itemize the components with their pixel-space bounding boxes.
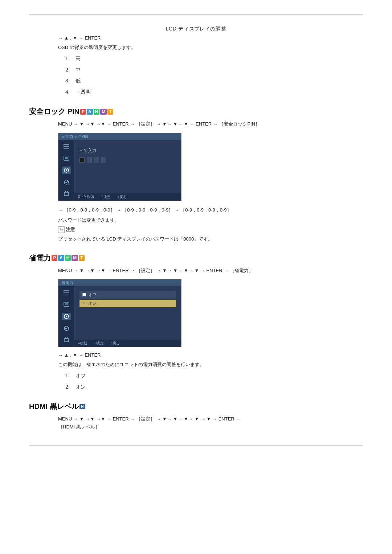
option-on-label: オン — [88, 300, 97, 307]
badge-a: A — [87, 109, 93, 115]
osd-nav: → ▲ , ▼ → ENTER — [58, 35, 363, 41]
setsuden-sidebar-icon-5 — [62, 337, 70, 343]
setsuden-sidebar-icon-4 — [62, 325, 70, 332]
hdmi-section: HDMI 黒レベル H MENU → ▼ →▼ →▼ → ENTER → ［設定… — [29, 402, 363, 431]
hdmi-title-text: HDMI 黒レベル — [29, 402, 79, 411]
setsuden-title: 省電力 PAHMT — [29, 253, 363, 263]
list-label-4: ・透明 — [75, 89, 91, 95]
pin-note-text: プリセットされている LCD ディスプレイのパスワードは「0000」です。 — [58, 235, 363, 243]
list-label-1: 高 — [75, 56, 81, 61]
badge-m-s: M — [72, 255, 78, 261]
sidebar-icon-1 — [62, 143, 70, 150]
svg-point-11 — [66, 316, 67, 317]
hdmi-title: HDMI 黒レベル H — [29, 402, 363, 411]
svg-rect-7 — [64, 302, 69, 307]
pin-dots — [79, 157, 176, 163]
list-label-on: オン — [75, 384, 86, 390]
osd-desc: OSD の背景の透明度を変更します。 — [58, 44, 363, 52]
pin-nav-seq: → ［0-9，0-9，0-9，0-9］ → ［0-9，0-9，0-9，0-9］ … — [58, 206, 363, 214]
setsuden-sidebar-icon-3 — [62, 313, 71, 320]
option-off-label: オフ — [88, 292, 97, 298]
badge-t-s: T — [79, 255, 84, 261]
pin-password-change: パスワードは変更できます。 — [58, 216, 363, 224]
setsuden-sidebar — [58, 286, 74, 347]
pin-label: PIN 入力 — [79, 148, 176, 154]
note-icon: Ie — [58, 226, 65, 233]
setsuden-nav: → ▲ , ▼ → ENTER — [58, 352, 363, 358]
option-off-box — [82, 293, 86, 296]
setsuden-footer-1: ♦移動 — [78, 341, 87, 346]
badge-h-s: H — [65, 255, 71, 261]
footer-item-3: ○戻る — [117, 194, 127, 200]
sidebar-icon-2 — [62, 155, 70, 161]
sidebar-icon-3 — [62, 167, 71, 174]
setsuden-footer-3: ○戻る — [110, 341, 120, 346]
badge-hdmi: H — [79, 404, 85, 409]
svg-rect-13 — [64, 338, 69, 342]
badge-a-s: A — [58, 255, 64, 261]
pin-dot-4 — [101, 157, 106, 163]
setsuden-sidebar-icon-1 — [62, 290, 70, 296]
pin-screen: 安全ロックPIN — [58, 133, 181, 201]
list-label-2: 中 — [75, 67, 81, 73]
pin-section: 安全ロック PIN PAHMT MENU → ▼ →▼ →▼ → ENTER →… — [29, 107, 363, 243]
top-rule — [29, 15, 363, 15]
sidebar-icon-4 — [62, 179, 70, 185]
list-item: 1. 高 — [65, 54, 363, 63]
setsuden-sidebar-icon-2 — [62, 301, 70, 308]
pin-dot-2 — [87, 157, 92, 163]
setsuden-footer-2: ⊡決定 — [94, 341, 104, 346]
pin-area: PIN 入力 — [79, 148, 176, 163]
page-title: LCD ディスプレイの調整 — [29, 26, 363, 32]
setsuden-screen: 省電力 — [58, 279, 181, 347]
pin-menu-path: MENU → ▼ →▼ →▼ → ENTER → ［設定］ → ▼→ ▼→ ▼ … — [58, 120, 363, 128]
screen-sidebar — [58, 140, 74, 201]
note-row: Ie 注意 — [58, 226, 363, 233]
footer-item-1: 0：9 数値 — [78, 194, 94, 200]
page: LCD ディスプレイの調整 → ▲ , ▼ → ENTER OSD の背景の透明… — [0, 0, 392, 554]
hdmi-menu-path-text: MENU → ▼ →▼ →▼ → ENTER → ［設定］ → ▼→ ▼→ ▼→… — [58, 416, 240, 422]
sidebar-icon-5 — [62, 190, 70, 197]
list-num-2: 2. — [65, 65, 74, 75]
list-label-off: オフ — [75, 373, 86, 378]
osd-section: → ▲ , ▼ → ENTER OSD の背景の透明度を変更します。 1. 高 … — [29, 35, 363, 97]
screen-footer: 0：9 数値 ⊡決定 ○戻る — [74, 193, 181, 201]
hdmi-menu-path-text2: ［HDMI 黒レベル］ — [58, 424, 100, 430]
list-item-off: 1. オフ — [65, 371, 363, 381]
svg-point-4 — [66, 169, 67, 171]
badge-p-s: P — [52, 255, 57, 261]
footer-item-2: ⊡決定 — [101, 194, 111, 200]
setsuden-desc: この機能は、省エネのためにユニットの電力消費の調整を行います。 — [58, 361, 363, 369]
list-num-on: 2. — [65, 382, 74, 392]
badge-m: M — [100, 109, 107, 115]
setsuden-section: 省電力 PAHMT MENU → ▼ →▼ →▼ → ENTER → ［設定］ … — [29, 253, 363, 391]
pin-title: 安全ロック PIN PAHMT — [29, 107, 363, 116]
svg-rect-6 — [64, 192, 69, 196]
option-off: オフ — [79, 291, 176, 299]
pin-dot-1 — [79, 157, 85, 163]
badge-p: P — [80, 109, 86, 115]
list-item: 3. 低 — [65, 76, 363, 86]
list-label-3: 低 — [75, 78, 81, 83]
setsuden-screen-footer: ♦移動 ⊡決定 ○戻る — [74, 340, 181, 347]
list-num-off: 1. — [65, 371, 74, 381]
setsuden-content: オフ ✓ オン — [74, 287, 181, 347]
screen-title-bar: 安全ロックPIN — [58, 133, 181, 140]
hdmi-menu-path: MENU → ▼ →▼ →▼ → ENTER → ［設定］ → ▼→ ▼→ ▼→… — [58, 415, 363, 431]
list-num-4: 4. — [65, 87, 74, 97]
setsuden-screen-title-bar: 省電力 — [58, 279, 181, 286]
list-item-on: 2. オン — [65, 382, 363, 392]
badge-h: H — [94, 109, 100, 115]
list-item: 4. ・透明 — [65, 87, 363, 97]
screen-content: PIN 入力 — [74, 141, 181, 201]
badge-t: T — [107, 109, 113, 115]
list-item: 2. 中 — [65, 65, 363, 75]
pin-title-text: 安全ロック PIN — [29, 107, 79, 116]
bottom-rule — [29, 446, 363, 446]
setsuden-menu-path: MENU → ▼ →▼ →▼ → ENTER → ［設定］ → ▼→ ▼→ ▼→… — [58, 267, 363, 275]
list-num-3: 3. — [65, 76, 74, 86]
pin-dot-3 — [94, 157, 99, 163]
setsuden-title-text: 省電力 — [29, 253, 51, 263]
svg-rect-0 — [64, 156, 69, 160]
option-on: ✓ オン — [79, 300, 176, 307]
